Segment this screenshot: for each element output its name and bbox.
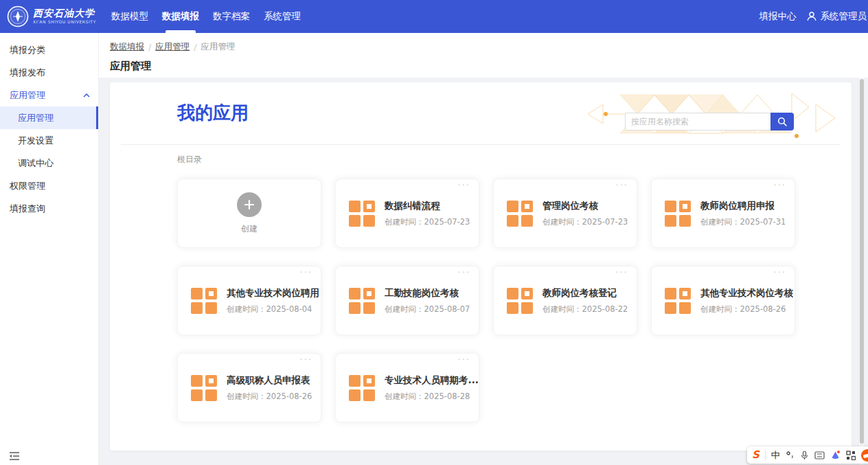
nav-item-data-reporting[interactable]: 数据填报 xyxy=(155,0,206,33)
card-more-button[interactable]: ··· xyxy=(616,267,628,277)
app-created: 创建时间：2025-07-23 xyxy=(542,217,628,227)
card-text: 教师岗位考核登记 创建时间：2025-08-22 xyxy=(542,287,628,315)
app-search-input[interactable] xyxy=(625,113,770,131)
sidebar: 填报分类 填报发布 应用管理 应用管理 开发设置 调试中心 权限管理 填报查询 xyxy=(0,33,99,465)
app-created: 创建时间：2025-08-26 xyxy=(227,392,312,402)
card-more-button[interactable]: ··· xyxy=(458,180,470,190)
app-created: 创建时间：2025-08-07 xyxy=(385,304,470,315)
sogou-logo-icon[interactable]: S xyxy=(752,450,760,460)
toolbar-divider xyxy=(765,451,766,460)
app-name: 工勤技能岗位考核 xyxy=(385,287,470,299)
sidebar-item-app-management[interactable]: 应用管理 xyxy=(0,84,98,106)
search-button[interactable] xyxy=(770,113,794,131)
app-card[interactable]: ··· 其他专业技术岗位考核 创建时间：2025-08-26 xyxy=(651,266,795,335)
toolbox-grid-icon[interactable] xyxy=(846,451,856,460)
app-created: 创建时间：2025-07-31 xyxy=(700,217,786,227)
card-more-button[interactable]: ··· xyxy=(300,354,312,365)
created-prefix: 创建时间： xyxy=(227,392,266,401)
nav-item-label: 系统管理 xyxy=(264,10,301,23)
app-card[interactable]: ··· 工勤技能岗位考核 创建时间：2025-08-07 xyxy=(335,266,479,335)
card-more-button[interactable]: ··· xyxy=(774,180,786,190)
hero-divider xyxy=(121,144,841,145)
breadcrumb-separator: / xyxy=(148,42,151,52)
chinese-mode-icon[interactable]: 中 xyxy=(771,451,780,460)
app-card[interactable]: ··· 其他专业技术岗位聘用 创建时间：2025-08-04 xyxy=(177,266,321,335)
created-date: 2025-08-04 xyxy=(266,304,312,314)
sidebar-subitem-label: 开发设置 xyxy=(18,135,54,147)
app-created: 创建时间：2025-08-22 xyxy=(542,304,628,315)
page-header: 数据填报 / 应用管理 / 应用管理 应用管理 xyxy=(99,33,868,78)
created-date: 2025-08-28 xyxy=(424,392,470,401)
punctuation-icon[interactable] xyxy=(786,451,795,460)
card-text: 其他专业技术岗位考核 创建时间：2025-08-26 xyxy=(700,287,793,315)
sidebar-subitem-app-management[interactable]: 应用管理 xyxy=(0,106,98,129)
app-created: 创建时间：2025-08-28 xyxy=(385,392,479,402)
keyboard-icon[interactable] xyxy=(814,451,825,460)
app-grid-icon xyxy=(664,200,692,227)
card-more-button[interactable]: ··· xyxy=(300,267,312,277)
app-card[interactable]: ··· 教师岗位聘用申报 创建时间：2025-07-31 xyxy=(651,179,795,248)
sidebar-item-report-category[interactable]: 填报分类 xyxy=(0,38,98,61)
app-grid-icon xyxy=(190,287,218,315)
sidebar-item-report-publish[interactable]: 填报发布 xyxy=(0,61,98,84)
app-card[interactable]: ··· 数据纠错流程 创建时间：2025-07-23 xyxy=(335,179,479,248)
ime-toolbar: S 中 xyxy=(747,446,868,464)
apps-section: 根目录 创建 ··· 数据纠错流程 创建 xyxy=(110,144,852,422)
microphone-icon[interactable] xyxy=(800,451,809,460)
card-more-button[interactable]: ··· xyxy=(458,267,470,277)
breadcrumb: 数据填报 / 应用管理 / 应用管理 xyxy=(110,41,857,53)
app-card[interactable]: ··· 教师岗位考核登记 创建时间：2025-08-22 xyxy=(493,266,637,335)
nav-item-label: 数据填报 xyxy=(162,10,199,23)
app-grid-icon xyxy=(190,374,218,402)
created-date: 2025-07-31 xyxy=(740,217,786,227)
app-name: 教师岗位聘用申报 xyxy=(700,200,786,212)
app-search xyxy=(625,113,794,131)
clipped-toolbar-icon[interactable] xyxy=(861,449,868,462)
created-date: 2025-08-26 xyxy=(740,304,786,314)
content-area: 我的应用 根目录 xyxy=(99,78,868,465)
created-prefix: 创建时间： xyxy=(385,392,424,401)
card-text: 管理岗位考核 创建时间：2025-07-23 xyxy=(542,200,628,227)
nav-item-system-management[interactable]: 系统管理 xyxy=(257,0,308,33)
created-prefix: 创建时间： xyxy=(227,304,266,314)
app-card[interactable]: ··· 专业技术人员聘期考... 创建时间：2025-08-28 xyxy=(335,353,479,422)
card-text: 教师岗位聘用申报 创建时间：2025-07-31 xyxy=(700,200,786,227)
sidebar-item-label: 填报分类 xyxy=(10,44,45,56)
university-emblem-icon xyxy=(7,5,29,27)
university-name-cn: 西安石油大学 xyxy=(33,8,96,19)
breadcrumb-link-app-management[interactable]: 应用管理 xyxy=(155,41,190,53)
sidebar-item-report-query[interactable]: 填报查询 xyxy=(0,197,98,220)
card-more-button[interactable]: ··· xyxy=(774,267,786,277)
vertical-scrollbar[interactable] xyxy=(858,78,864,465)
app-card[interactable]: ··· 管理岗位考核 创建时间：2025-07-23 xyxy=(493,179,637,248)
breadcrumb-link-data-reporting[interactable]: 数据填报 xyxy=(110,41,144,53)
sidebar-item-permission-management[interactable]: 权限管理 xyxy=(0,174,98,197)
sidebar-subitem-dev-settings[interactable]: 开发设置 xyxy=(0,129,98,152)
user-icon xyxy=(806,11,817,22)
card-more-button[interactable]: ··· xyxy=(458,354,470,365)
card-text: 数据纠错流程 创建时间：2025-07-23 xyxy=(385,200,470,227)
skin-icon[interactable] xyxy=(830,450,841,460)
breadcrumb-current: 应用管理 xyxy=(201,41,235,53)
sidebar-item-label: 填报发布 xyxy=(10,67,45,79)
create-app-card[interactable]: 创建 xyxy=(177,179,321,248)
scrollbar-thumb[interactable] xyxy=(860,79,864,444)
nav-item-data-model[interactable]: 数据模型 xyxy=(104,0,155,33)
created-prefix: 创建时间： xyxy=(385,304,424,314)
top-navbar: 西安石油大学 XI'AN SHIYOU UNIVERSITY 数据模型 数据填报… xyxy=(0,0,868,33)
my-apps-panel: 我的应用 根目录 xyxy=(110,82,852,451)
sidebar-collapse-icon[interactable] xyxy=(9,451,20,460)
sidebar-item-label: 应用管理 xyxy=(10,89,45,102)
app-grid-icon xyxy=(664,287,692,315)
nav-item-digital-archive[interactable]: 数字档案 xyxy=(206,0,257,33)
sidebar-subitem-debug-center[interactable]: 调试中心 xyxy=(0,152,98,174)
user-name: 系统管理员 xyxy=(821,10,867,23)
page-title: 应用管理 xyxy=(110,60,857,73)
app-created: 创建时间：2025-08-26 xyxy=(700,304,793,315)
user-menu[interactable]: 系统管理员 xyxy=(806,10,867,23)
created-prefix: 创建时间： xyxy=(385,217,424,227)
app-grid-icon xyxy=(348,200,376,227)
app-card[interactable]: ··· 高级职称人员申报表 创建时间：2025-08-26 xyxy=(177,353,321,422)
card-more-button[interactable]: ··· xyxy=(616,180,628,190)
report-center-link[interactable]: 填报中心 xyxy=(750,10,806,23)
